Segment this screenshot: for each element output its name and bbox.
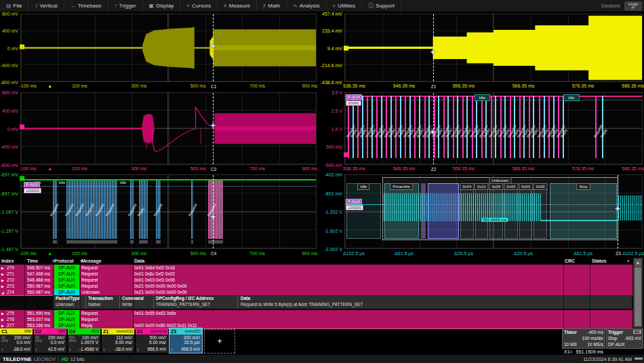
descriptor-z3[interactable]: Z3zoom(Z2)200 mV/20.5 µs/↕956.5 mV (169, 328, 202, 353)
descriptor-coupling-tag: D50 (58, 328, 65, 335)
z3-byte-field: 0x00 (489, 183, 503, 239)
descriptor-c2[interactable]: C2D50200 mV/0.0 mV16GHz↕42.5 mV (34, 328, 66, 353)
column-header-message[interactable]: Message (81, 259, 102, 263)
row-collapse-icon[interactable]: ▶ (1, 266, 4, 270)
menu-item-file[interactable]: ▤File (0, 0, 28, 12)
y-tick-label: -802 mV (325, 191, 342, 195)
descriptor-scale: 100 mV/ (82, 335, 98, 340)
row-collapse-icon[interactable]: ▶ (1, 318, 4, 322)
z1-waveform (345, 14, 642, 81)
statusbar-grip[interactable] (635, 358, 643, 360)
cell-time: 547.498 ms (27, 271, 50, 276)
column-header-protocol[interactable]: Protocol (54, 259, 73, 263)
menubar-right: Gesture Undo ↶ (601, 1, 644, 11)
z2-crosshair-icon[interactable]: + (430, 127, 436, 137)
table-column-divider (53, 265, 54, 328)
row-collapse-icon[interactable]: ▶ (1, 272, 4, 276)
sort-icon[interactable]: ▾ (627, 259, 630, 264)
gesture-label: Gesture (601, 3, 620, 9)
menu-item-analysis[interactable]: ∿Analysis (287, 0, 327, 12)
descriptor-header: C2D50 (34, 328, 66, 335)
column-header-crc[interactable]: CRC (565, 259, 575, 263)
c2-crosshair-icon[interactable]: + (210, 120, 216, 130)
menu-item-label: Trigger (119, 3, 136, 9)
menu-item-utilities[interactable]: ×Utilities (327, 0, 362, 12)
descriptor-header: Z3zoom(Z2) (169, 328, 202, 335)
descriptor-c4[interactable]: C4DC1100 mV/1.0970 V500MHz↕-1.4566 V (68, 328, 100, 353)
c4-zero-marker[interactable] (20, 176, 24, 181)
descriptor-offset: 5.00 ms/ (149, 340, 166, 345)
timebase-panel[interactable]: Tbase-400 ms 100 ms/div 10 MS10 MS/s (562, 328, 605, 349)
row-collapse-icon[interactable]: ▶ (1, 284, 4, 288)
z1-grid-plot[interactable]: Z1 + (344, 14, 643, 82)
descriptor-bandwidth: 16GHz (1, 336, 8, 343)
row-collapse-icon[interactable]: ▶ (1, 311, 4, 316)
vertical-icon: ↕ (35, 3, 37, 9)
c1-zero-marker[interactable] (20, 44, 24, 49)
c4-grid-plot[interactable]: RequestRequestRequestRequestRequestReque… (20, 174, 317, 249)
column-header-index[interactable]: Index (1, 259, 14, 263)
menu-item-math[interactable]: ƒMath (257, 0, 287, 12)
menu-item-cursors[interactable]: +Cursors (180, 0, 218, 12)
descriptor-coupling-tag: zoom(C4) (150, 328, 167, 335)
undo-button[interactable]: Undo ↶ (624, 1, 642, 11)
c2-trigger-marker-icon[interactable]: ▲ (47, 166, 52, 171)
row-collapse-icon[interactable]: ▶ (1, 278, 4, 282)
z2-bus-tag[interactable]: P-AUX 00000 (346, 94, 362, 106)
menu-item-support[interactable]: ⓘSupport (362, 0, 401, 12)
z2-reply-pulse (428, 96, 430, 158)
z1-crosshair-icon[interactable]: + (430, 47, 436, 57)
c1-grid-plot[interactable]: C1 + (20, 14, 317, 82)
descriptor-coupling-tag: zoom(C1) (117, 328, 133, 335)
y-tick-label: 0 mV (7, 126, 18, 131)
c1-trigger-marker-icon[interactable]: ▲ (47, 83, 52, 88)
brand-lecroy: LECROY (34, 356, 56, 362)
z3-byte-field: 0x04 (460, 183, 474, 239)
cell-protocol: DP-AUX (54, 316, 79, 322)
c1-crosshair-icon[interactable]: + (210, 40, 216, 50)
descriptor-id: Z3 (171, 328, 176, 335)
column-header-data[interactable]: Data (134, 259, 144, 263)
menu-item-vertical[interactable]: ↕Vertical (28, 0, 64, 12)
c4-crosshair-icon[interactable]: + (210, 211, 216, 221)
trigger-panel[interactable]: TriggerDC Stop-993 mV DP-AUX (606, 328, 643, 349)
row-collapse-icon[interactable]: ▶ (1, 324, 4, 328)
z2-grid-plot[interactable]: RequestReplyRequestReplyRequestReplyRequ… (344, 92, 643, 165)
cell-protocol: DP-AUX (54, 283, 79, 289)
descriptor-z2[interactable]: Z2zoom(C4)500 mV/5.00 ms/↕956.5 mV (136, 328, 168, 353)
menu-item-measure[interactable]: ≡Measure (218, 0, 257, 12)
y-tick-label: -1.602 V (325, 228, 342, 233)
z2-reply-pulse (419, 96, 420, 158)
z2-zero-marker[interactable] (344, 153, 348, 157)
descriptor-z1[interactable]: Z1zoom(C1)112 mV/5.00 ms/↕-38.0 mV (102, 328, 134, 353)
hd-badge: HD (62, 357, 68, 362)
z1-zero-marker[interactable] (344, 45, 348, 50)
detail-divider (85, 295, 86, 309)
scroll-up-icon[interactable]: ▲ (635, 259, 641, 267)
menu-item-trigger[interactable]: ↑Trigger (108, 0, 143, 12)
scroll-thumb[interactable] (635, 267, 641, 326)
menu-item-timebase[interactable]: ↔Timebase (64, 0, 108, 12)
oscilloscope-screen: ▤File↕Vertical↔Timebase↑Trigger▣Display+… (0, 0, 644, 363)
column-header-time[interactable]: Time (27, 259, 38, 263)
y-tick-label: 400 mV (2, 28, 18, 33)
c4-trigger-marker-icon[interactable]: ▲ (47, 251, 52, 256)
z3-bus-tag[interactable]: P-AUX 100000 (346, 199, 363, 210)
add-trace-button[interactable]: + (204, 329, 235, 354)
z3-y-axis: -402 mV-802 mV-1.202 V-1.602 V-2.002 V (319, 174, 344, 249)
datetime: 11/23/2024 8:39:41 AM (583, 357, 632, 362)
z3-grid-plot[interactable]: Idle Unknown Preamble 0x040x210x000x000x… (344, 174, 643, 249)
c4-bus-tag[interactable]: P-AUX 100000 (24, 182, 41, 193)
menu-item-display[interactable]: ▣Display (143, 0, 181, 12)
y-tick-label: -1.297 V (1, 228, 18, 233)
cursors-icon: + (186, 3, 190, 9)
c2-grid-plot[interactable]: C2 + (20, 92, 317, 165)
table-scrollbar[interactable]: ▲ (633, 258, 643, 328)
descriptor-c1[interactable]: C1D50200 mV/0.0 mV16GHz↕-38.0 mV (0, 328, 33, 353)
column-header-status[interactable]: Status (592, 259, 606, 263)
x-tick-label: -100 ms (19, 166, 36, 171)
table-column-divider (590, 265, 590, 328)
c2-zero-marker[interactable] (20, 125, 24, 130)
z3-crosshair-icon[interactable]: + (615, 203, 620, 213)
row-expand-icon[interactable]: ◢ (1, 290, 4, 294)
